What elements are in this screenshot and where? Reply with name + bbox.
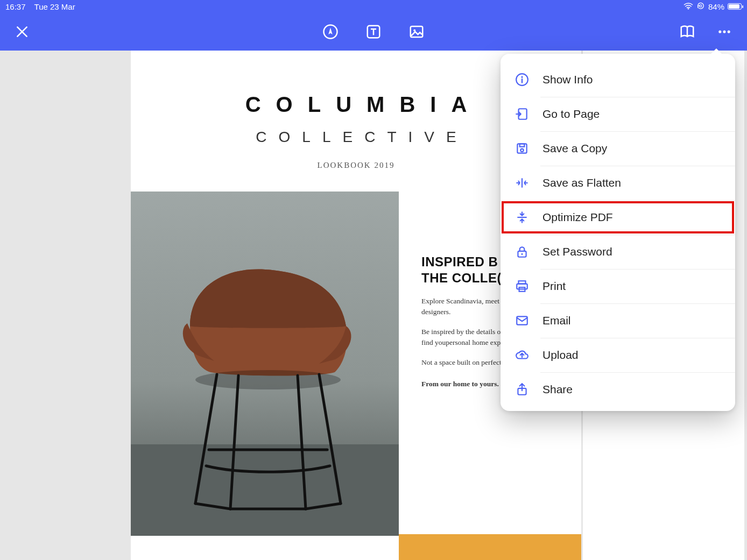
- menu-item-go-to-page[interactable]: Go to Page: [501, 97, 735, 131]
- text-tool-button[interactable]: [365, 24, 382, 40]
- upload-cloud-icon: [515, 348, 530, 363]
- save-icon: [515, 141, 530, 156]
- image-tool-button[interactable]: [408, 24, 425, 40]
- share-icon: [515, 382, 530, 397]
- menu-item-email[interactable]: Email: [501, 303, 735, 338]
- chair-illustration: [158, 235, 373, 514]
- info-icon: [515, 72, 530, 87]
- status-date: Tue 23 Mar: [34, 2, 75, 11]
- menu-item-save-flatten[interactable]: Save as Flatten: [501, 166, 735, 200]
- status-time: 16:37: [5, 2, 26, 11]
- menu-item-share[interactable]: Share: [501, 372, 735, 407]
- menu-label: Optimize PDF: [542, 211, 613, 224]
- footer-band: [399, 534, 581, 560]
- menu-label: Save a Copy: [542, 142, 607, 155]
- menu-label: Set Password: [542, 245, 612, 258]
- goto-page-icon: [515, 107, 530, 122]
- hero-image: [131, 192, 399, 536]
- annotate-tool-button[interactable]: [322, 24, 339, 40]
- battery-icon: [728, 3, 742, 10]
- menu-label: Go to Page: [542, 108, 600, 120]
- optimize-icon: [515, 210, 530, 225]
- print-icon: [515, 279, 530, 294]
- close-button[interactable]: [15, 25, 29, 39]
- toolbar: [0, 13, 747, 51]
- more-menu: Show Info Go to Page Save a Copy Save as…: [501, 54, 735, 411]
- menu-item-show-info[interactable]: Show Info: [501, 62, 735, 97]
- menu-item-optimize-pdf[interactable]: Optimize PDF: [501, 200, 735, 235]
- battery-percent: 84%: [708, 2, 724, 11]
- menu-label: Upload: [542, 349, 579, 361]
- menu-label: Show Info: [542, 73, 593, 86]
- menu-item-save-copy[interactable]: Save a Copy: [501, 131, 735, 166]
- lock-icon: [515, 244, 530, 259]
- menu-label: Email: [542, 314, 571, 327]
- svg-rect-21: [700, 5, 701, 7]
- more-menu-button[interactable]: [717, 24, 732, 39]
- orientation-lock-icon: [696, 2, 705, 12]
- reader-view-button[interactable]: [679, 24, 695, 40]
- menu-label: Share: [542, 383, 573, 396]
- wifi-icon: [683, 2, 693, 11]
- flatten-icon: [515, 175, 530, 190]
- menu-label: Print: [542, 280, 566, 293]
- document-canvas[interactable]: COLUMBIA COLLECTIVE LOOKBOOK 2019: [0, 51, 747, 560]
- menu-label: Save as Flatten: [542, 176, 621, 189]
- menu-item-print[interactable]: Print: [501, 269, 735, 303]
- menu-item-upload[interactable]: Upload: [501, 338, 735, 372]
- svg-point-20: [688, 8, 689, 9]
- status-bar: 16:37 Tue 23 Mar 84%: [0, 0, 747, 13]
- menu-item-set-password[interactable]: Set Password: [501, 235, 735, 269]
- email-icon: [515, 313, 530, 328]
